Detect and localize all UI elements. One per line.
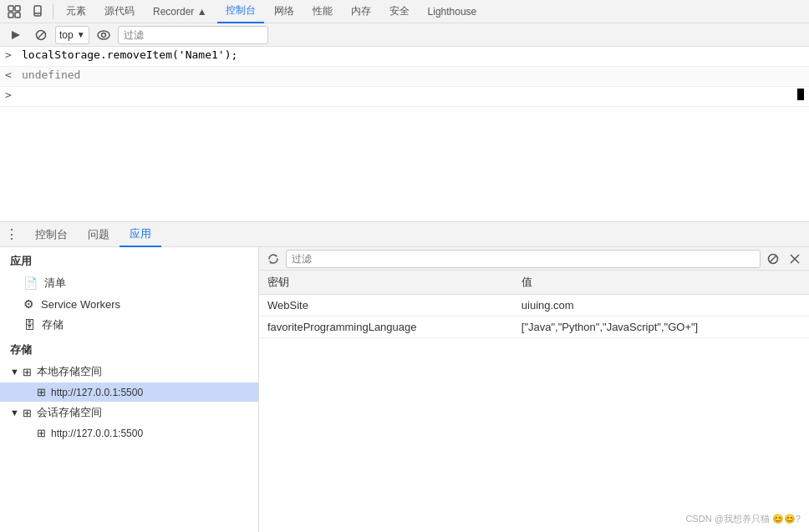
console-input-line[interactable]: > — [0, 87, 809, 107]
svg-marker-7 — [12, 31, 20, 39]
table-cell-key: WebSite — [259, 295, 513, 317]
close-right-button[interactable] — [786, 250, 804, 268]
storage-section-header: 存储 — [0, 336, 258, 361]
tab-elements[interactable]: 元素 — [58, 0, 94, 23]
svg-rect-4 — [34, 6, 41, 16]
sidebar-child-session-127[interactable]: ⊞ http://127.0.0.1:5500 — [0, 423, 258, 443]
svg-rect-0 — [8, 6, 13, 11]
svg-point-11 — [101, 33, 105, 37]
sidebar-item-service-workers[interactable]: ⚙ Service Workers — [0, 294, 258, 314]
block-button[interactable] — [30, 26, 52, 44]
tab-bottom-issues[interactable]: 问题 — [78, 222, 120, 247]
svg-rect-2 — [8, 13, 13, 18]
console-filter-input[interactable] — [118, 26, 268, 44]
tab-recorder[interactable]: Recorder ▲ — [145, 0, 216, 23]
sidebar-child-local-127[interactable]: ⊞ http://127.0.0.1:5500 — [0, 383, 258, 402]
data-table: 密钥 值 WebSiteuiuing.comfavoriteProgrammin… — [259, 271, 809, 338]
right-panel: 密钥 值 WebSiteuiuing.comfavoriteProgrammin… — [259, 247, 809, 532]
col-header-key: 密钥 — [259, 271, 513, 295]
console-area: > localStorage.removeItem('Name1'); < un… — [0, 47, 809, 222]
local-storage-arrow-icon: ▼ — [10, 367, 19, 377]
dropdown-arrow-icon: ▼ — [77, 30, 85, 39]
storage-icon: 🗄 — [23, 318, 35, 332]
cursor — [797, 89, 804, 100]
sidebar-service-workers-label: Service Workers — [41, 298, 120, 311]
console-command-line: > localStorage.removeItem('Name1'); — [0, 47, 809, 67]
top-toolbar: 元素 源代码 Recorder ▲ 控制台 网络 性能 内存 安全 Lighth… — [0, 0, 809, 23]
right-toolbar — [259, 247, 809, 271]
refresh-button[interactable] — [264, 250, 282, 268]
tab-security[interactable]: 安全 — [381, 0, 418, 23]
table-cell-key: favoriteProgrammingLanguage — [259, 317, 513, 338]
manifest-icon: 📄 — [23, 276, 38, 290]
table-row[interactable]: favoriteProgrammingLanguage["Java","Pyth… — [259, 317, 809, 338]
sidebar-storage-label: 存储 — [42, 317, 64, 332]
execute-button[interactable] — [5, 26, 27, 44]
session-child-icon: ⊞ — [37, 427, 46, 439]
context-selector[interactable]: top ▼ — [55, 26, 89, 44]
local-storage-grid-icon: ⊞ — [23, 366, 32, 378]
session-storage-arrow-icon: ▼ — [10, 408, 19, 418]
sidebar-manifest-label: 清单 — [44, 276, 66, 291]
svg-rect-3 — [15, 13, 20, 18]
col-header-value: 值 — [513, 271, 809, 295]
console-prompt-2: < — [5, 68, 17, 81]
svg-line-9 — [38, 32, 44, 38]
sidebar-item-manifest[interactable]: 📄 清单 — [0, 272, 258, 294]
session-storage-group-label: 会话存储空间 — [37, 405, 102, 420]
right-filter-input[interactable] — [286, 250, 761, 268]
svg-rect-1 — [15, 6, 20, 11]
svg-line-13 — [770, 256, 776, 262]
eye-button[interactable] — [93, 26, 114, 44]
console-prompt-3: > — [5, 89, 17, 101]
toolbar-divider — [53, 4, 53, 19]
table-scroll-area: 密钥 值 WebSiteuiuing.comfavoriteProgrammin… — [259, 271, 809, 532]
table-cell-value: ["Java","Python","JavaScript","GO+"] — [513, 317, 809, 338]
svg-point-10 — [98, 31, 109, 39]
local-storage-group-label: 本地存储空间 — [37, 364, 102, 379]
left-sidebar: 应用 📄 清单 ⚙ Service Workers 🗄 存储 存储 ▼ — [0, 247, 259, 532]
tab-menu-button[interactable]: ⋮ — [5, 226, 18, 242]
session-storage-grid-icon: ⊞ — [23, 407, 32, 419]
local-storage-group[interactable]: ▼ ⊞ 本地存储空间 — [0, 361, 258, 383]
tab-bottom-console[interactable]: 控制台 — [25, 222, 78, 247]
device-button[interactable] — [27, 3, 48, 21]
local-storage-child-label: http://127.0.0.1:5500 — [51, 387, 143, 398]
tab-sources[interactable]: 源代码 — [96, 0, 143, 23]
tab-console[interactable]: 控制台 — [217, 0, 264, 23]
tab-memory[interactable]: 内存 — [343, 0, 379, 23]
tab-lighthouse[interactable]: Lighthouse — [420, 0, 486, 23]
clear-filter-button[interactable] — [764, 250, 782, 268]
tab-performance[interactable]: 性能 — [304, 0, 341, 23]
inspect-button[interactable] — [3, 3, 25, 21]
bottom-tabs: ⋮ 控制台 问题 应用 — [0, 222, 809, 247]
local-child-icon: ⊞ — [37, 386, 46, 398]
table-cell-value: uiuing.com — [513, 295, 809, 317]
session-storage-child-label: http://127.0.0.1:5500 — [51, 428, 143, 439]
tab-bottom-application[interactable]: 应用 — [120, 222, 161, 247]
service-workers-icon: ⚙ — [23, 297, 34, 311]
session-storage-group[interactable]: ▼ ⊞ 会话存储空间 — [0, 402, 258, 423]
table-row[interactable]: WebSiteuiuing.com — [259, 295, 809, 317]
console-command-text: localStorage.removeItem('Name1'); — [22, 48, 804, 61]
sidebar-item-storage[interactable]: 🗄 存储 — [0, 314, 258, 336]
tab-network[interactable]: 网络 — [266, 0, 303, 23]
second-toolbar: top ▼ — [0, 23, 809, 47]
console-result-text: undefined — [22, 68, 804, 81]
app-section-header: 应用 — [0, 247, 258, 272]
bottom-content: 应用 📄 清单 ⚙ Service Workers 🗄 存储 存储 ▼ — [0, 247, 809, 532]
watermark: CSDN @我想养只猫 😊😊? — [685, 513, 801, 525]
context-label: top — [59, 29, 74, 41]
svg-point-6 — [38, 14, 38, 15]
console-result-line: < undefined — [0, 67, 809, 87]
bottom-panel: ⋮ 控制台 问题 应用 应用 📄 清单 ⚙ Service Workers 🗄 — [0, 222, 809, 532]
console-prompt-1: > — [5, 48, 17, 61]
